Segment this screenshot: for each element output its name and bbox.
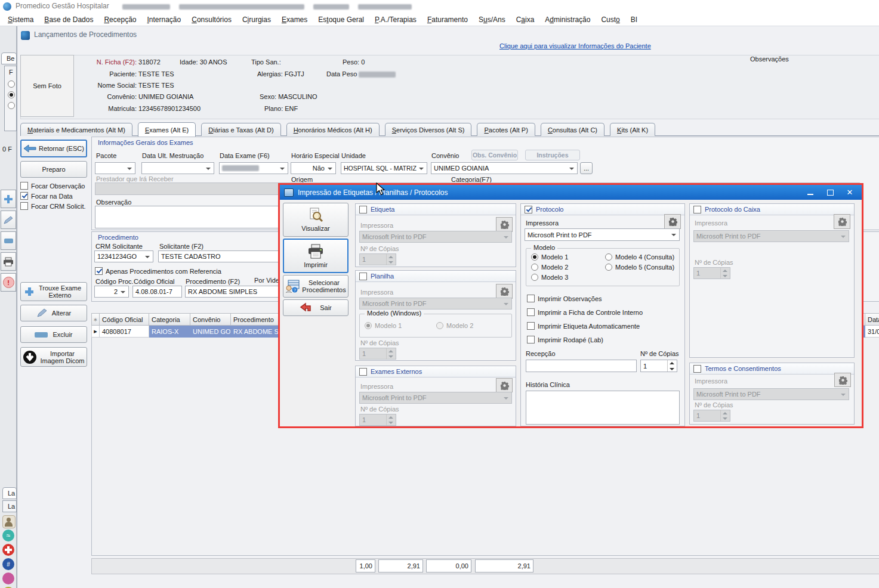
crm-select[interactable]: 12341234GO — [94, 250, 153, 262]
dialog-titlebar[interactable]: Impressão de Etiquetas / Planilhas / Pro… — [280, 185, 862, 200]
toolbar-icon-wave[interactable]: ≈ — [2, 530, 14, 541]
menu-sistema[interactable]: Sistema — [2, 16, 39, 24]
menu-pa-terapias[interactable]: P.A./Terapias — [369, 16, 422, 24]
protocolo-modelo4-radio[interactable]: Modelo 4 (Consulta) — [605, 253, 674, 261]
menu-sus-ans[interactable]: Sus/Ans — [473, 16, 511, 24]
menu-recepcao[interactable]: Recepção — [98, 16, 141, 24]
etiqueta-settings-gear-icon[interactable] — [496, 217, 513, 232]
imprimir-button[interactable]: Imprimir — [283, 239, 348, 273]
grid-header-codigo[interactable]: Código Oficial — [100, 313, 149, 326]
left-radio-1[interactable] — [8, 81, 15, 88]
excluir-button[interactable]: Excluir — [20, 326, 87, 343]
tab-exames[interactable]: Exames (Alt E) — [138, 122, 196, 137]
historia-clinica-textarea[interactable] — [526, 391, 680, 425]
codigo-proc-select[interactable]: 2 — [94, 286, 129, 298]
left-tool-edit[interactable] — [1, 211, 16, 229]
menu-administracao[interactable]: Administração — [539, 16, 596, 24]
apenas-ref-box[interactable] — [95, 267, 103, 275]
pacote-select[interactable] — [95, 162, 135, 174]
grid-header-convenio[interactable]: Convênio — [190, 313, 231, 326]
left-radio-2[interactable] — [8, 91, 15, 98]
etiqueta-copias-spinner[interactable]: 1 — [359, 253, 396, 265]
imprimir-etiqueta-auto-checkbox[interactable]: Imprimir Etiqueta Automaticamente — [527, 322, 640, 330]
imprimir-rodape-checkbox[interactable]: Imprimir Rodapé (Lab) — [527, 336, 603, 343]
planilha-modelo1-radio[interactable]: Modelo 1 — [365, 322, 402, 329]
left-radio-3[interactable] — [8, 102, 15, 109]
toolbar-icon-person[interactable] — [2, 515, 16, 528]
codigo-oficial-input[interactable]: 4.08.08.01-7 — [132, 286, 182, 298]
protocolo-caixa-checkbox[interactable] — [693, 206, 701, 213]
focar-observacao-checkbox[interactable]: Focar Observação — [20, 182, 85, 190]
patient-info-link[interactable]: Clique aqui para visualizar Informações … — [499, 42, 651, 50]
convenio-more-button[interactable]: ... — [580, 162, 593, 174]
imprimir-ficha-checkbox[interactable]: Imprimir a Ficha de Controle Interno — [527, 308, 643, 316]
left-tool-print[interactable] — [1, 252, 16, 271]
left-tab-la2[interactable]: La — [2, 500, 17, 512]
preparo-button[interactable]: Preparo — [20, 161, 87, 178]
unidade-select[interactable]: HOSPITAL SQL - MATRIZ — [341, 162, 427, 174]
grid-header-categoria[interactable]: Categoria — [149, 313, 190, 326]
grid-cell-convenio[interactable]: UNIMED GOI — [190, 326, 231, 338]
menu-exames[interactable]: Exames — [276, 16, 313, 24]
protocolo-caixa-copias-spinner[interactable]: 1 — [693, 267, 730, 279]
exames-externos-settings-gear-icon[interactable] — [496, 378, 513, 392]
protocolo-modelo2-radio[interactable]: Modelo 2 — [531, 264, 568, 271]
toolbar-icon-grid[interactable]: # — [2, 558, 14, 570]
protocolo-modelo5-radio[interactable]: Modelo 5 (Consulta) — [605, 264, 674, 271]
protocolo-modelo3-radio[interactable]: Modelo 3 — [531, 274, 568, 281]
menu-custo[interactable]: Custo — [596, 16, 625, 24]
trouxe-exame-button[interactable]: Trouxe Exame Externo — [20, 282, 87, 301]
grid-cell-data[interactable]: 31/0 — [865, 326, 879, 338]
sair-button[interactable]: Sair — [283, 299, 348, 316]
planilha-settings-gear-icon[interactable] — [496, 284, 513, 299]
focar-na-data-box[interactable] — [20, 192, 28, 200]
planilha-copias-spinner[interactable]: 1 — [359, 348, 396, 360]
focar-crm-checkbox[interactable]: Focar CRM Solicit. — [20, 202, 86, 210]
apenas-ref-checkbox[interactable]: Apenas Procedimentos com Referencia — [95, 267, 221, 275]
planilha-modelo2-radio[interactable]: Modelo 2 — [436, 322, 473, 329]
retornar-button[interactable]: Retornar (ESC) — [20, 140, 87, 157]
menu-internacao[interactable]: Internação — [141, 16, 186, 24]
protocolo-copias-spinner[interactable]: 1 — [640, 360, 677, 372]
exam-convenio-select[interactable]: UNIMED GOIANIA — [431, 162, 578, 174]
tab-diarias[interactable]: Diárias e Taxas (Alt D) — [201, 123, 280, 136]
protocolo-settings-gear-icon[interactable] — [664, 214, 681, 229]
left-tool-add[interactable] — [1, 190, 16, 208]
termos-checkbox[interactable] — [693, 365, 701, 373]
data-exame-select[interactable] — [219, 162, 288, 174]
left-tool-alert[interactable]: ! — [1, 273, 16, 292]
tab-honorarios[interactable]: Honorários Médicos (Alt H) — [286, 123, 380, 136]
grid-header-data[interactable]: Data — [865, 313, 879, 326]
planilha-checkbox[interactable] — [359, 273, 367, 280]
toolbar-icon-pink[interactable] — [2, 572, 14, 584]
horario-especial-select[interactable]: Não — [291, 162, 336, 174]
etiqueta-impressora-select[interactable]: Microsoft Print to PDF — [359, 231, 512, 243]
tab-pacotes[interactable]: Pacotes (Alt P) — [477, 123, 535, 136]
menu-bi[interactable]: BI — [625, 16, 643, 24]
left-tab-la1[interactable]: La — [2, 487, 17, 499]
menu-estoque-geral[interactable]: Estoque Geral — [313, 16, 369, 24]
etiqueta-checkbox[interactable] — [359, 206, 367, 213]
instrucoes-button[interactable]: Instruções — [525, 150, 580, 160]
exames-externos-copias-spinner[interactable]: 1 — [359, 414, 396, 426]
recepcao-input[interactable] — [526, 360, 637, 372]
left-tab-be[interactable]: Be — [1, 52, 17, 64]
termos-impressora-select[interactable]: Microsoft Print to PDF — [693, 388, 849, 400]
menu-consultorios[interactable]: Consultórios — [186, 16, 237, 24]
focar-na-data-checkbox[interactable]: Focar na Data — [20, 192, 73, 200]
minimize-icon[interactable] — [803, 188, 818, 197]
protocolo-impressora-select[interactable]: Microsoft Print to PDF — [525, 228, 680, 241]
tab-consultas[interactable]: Consultas (Alt C) — [541, 123, 604, 136]
importar-dicom-button[interactable]: Importar Imagem Dicom — [20, 347, 87, 367]
close-icon[interactable]: ✕ — [842, 188, 858, 197]
visualizar-button[interactable]: Visualizar — [283, 203, 348, 237]
protocolo-caixa-settings-gear-icon[interactable] — [834, 214, 850, 229]
protocolo-modelo1-radio[interactable]: Modelo 1 — [531, 253, 568, 261]
menu-base-de-dados[interactable]: Base de Dados — [39, 16, 98, 24]
planilha-impressora-select[interactable]: Microsoft Print to PDF — [359, 298, 512, 310]
grid-cell-categoria[interactable]: RAIOS-X — [149, 326, 190, 338]
data-ult-select[interactable] — [141, 162, 214, 174]
exames-externos-checkbox[interactable] — [359, 368, 367, 376]
toolbar-icon-cross[interactable] — [2, 544, 14, 556]
alterar-button[interactable]: Alterar — [20, 305, 87, 321]
